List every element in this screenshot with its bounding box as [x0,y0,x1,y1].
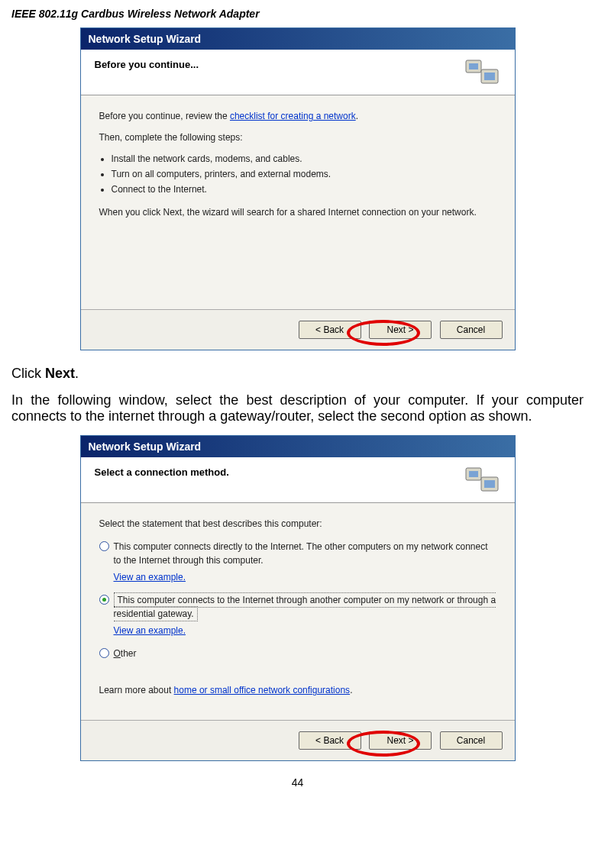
radio-icon-selected [99,595,109,605]
svg-rect-7 [484,480,495,488]
radio-icon [99,648,109,658]
next-button[interactable]: Next > [369,731,432,750]
choice-text: Other [114,647,496,660]
back-button[interactable]: < Back [299,731,361,750]
steps-lead: Then, complete the following steps: [99,131,496,144]
opt1-text: This computer connects directly to the I… [114,541,488,566]
wizard-heading: Before you continue... [95,59,501,70]
wizard-window-before-continue: Network Setup Wizard Before you continue… [80,27,516,350]
wizard-footer: < Back Next > Cancel [81,309,515,350]
instruction-click-next: Click Next. [11,366,584,382]
intro-pre: Before you continue, review the [99,111,230,121]
svg-rect-6 [469,471,478,477]
wizard-content: Before you continue... Before you contin… [81,50,515,350]
network-icon [464,463,501,497]
learn-post: . [350,685,352,695]
opt3-underline: O [114,648,121,659]
learn-more-link[interactable]: home or small office network configurati… [174,685,351,695]
svg-rect-2 [469,63,478,69]
view-example-link[interactable]: View an example. [114,624,496,637]
instr1-bold: Next [45,366,75,381]
list-item: Install the network cards, modems, and c… [112,152,496,166]
next-button[interactable]: Next > [369,321,432,339]
choice-text: This computer connects directly to the I… [114,540,496,584]
instr1-pre: Click [11,366,45,381]
wizard-body: Before you continue, review the checklis… [81,95,515,309]
wizard-header-area: Select a connection method. [81,457,515,503]
cancel-button[interactable]: Cancel [440,731,503,750]
opt3-text: ther [121,648,137,659]
cancel-button[interactable]: Cancel [440,321,503,339]
radio-icon [99,541,109,551]
view-example-link[interactable]: View an example. [114,570,496,584]
wizard-body: Select the statement that best describes… [81,503,515,720]
steps-list: Install the network cards, modems, and c… [112,152,496,196]
select-lead: Select the statement that best describes… [99,517,496,531]
network-icon [464,56,501,89]
choice-text: This computer connects to the Internet t… [114,593,496,637]
svg-rect-3 [484,73,495,80]
wizard-heading: Select a connection method. [95,466,501,478]
intro-post: . [356,111,358,121]
instr1-post: . [75,366,79,381]
wizard-window-connection-method: Network Setup Wizard Select a connection… [80,435,516,761]
radio-option-direct[interactable]: This computer connects directly to the I… [99,540,496,584]
wizard-title: Network Setup Wizard [81,28,515,50]
list-item: Turn on all computers, printers, and ext… [112,167,496,181]
wizard-title: Network Setup Wizard [81,436,515,457]
wizard-content: Select a connection method. Select the s… [81,457,515,760]
radio-option-gateway[interactable]: This computer connects to the Internet t… [99,593,496,637]
learn-more-line: Learn more about home or small office ne… [99,683,496,697]
wizard-header-area: Before you continue... [81,50,515,95]
doc-header: IEEE 802.11g Cardbus Wireless Network Ad… [11,8,584,20]
radio-option-other[interactable]: Other [99,647,496,660]
wizard-footer: < Back Next > Cancel [81,720,515,760]
page-number: 44 [11,776,584,789]
checklist-link[interactable]: checklist for creating a network [230,111,356,121]
instruction-select-description: In the following window, select the best… [11,392,584,424]
note-line: When you click Next, the wizard will sea… [99,205,496,219]
learn-pre: Learn more about [99,685,174,695]
opt2-text: This computer connects to the Internet t… [114,592,496,621]
intro-line: Before you continue, review the checklis… [99,109,496,123]
back-button[interactable]: < Back [299,321,361,339]
list-item: Connect to the Internet. [112,182,496,196]
